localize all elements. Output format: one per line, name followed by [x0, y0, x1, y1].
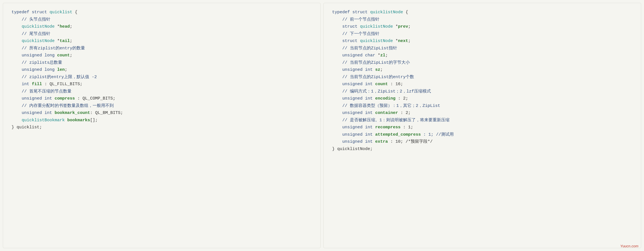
panel-quicklist: typedef struct quicklist { // 头节点指针 quic… — [3, 3, 321, 248]
code-line-l2: // 头节点指针 — [12, 16, 312, 23]
code-line-l11: int fill : QL_FILL_BITS; — [12, 81, 312, 88]
code-line-l12: // 首尾不压缩的节点数量 — [12, 88, 312, 95]
code-line-l3: struct quicklistNode *prev; — [332, 23, 632, 30]
code-line-l6: // 所有ziplist的entry的数量 — [12, 45, 312, 52]
code-line-l10: // 当前节点的ZipList的entry个数 — [332, 74, 632, 81]
code-line-l14: // 数据容器类型（预留）：1，其它；2，ZipList — [332, 102, 632, 110]
code-line-l18: unsigned int attempted_compress : 1; //测… — [332, 131, 632, 138]
code-line-l5: struct quicklistNode *next; — [332, 38, 632, 45]
panel-quicklistnode: typedef struct quicklistNode { // 前一个节点指… — [323, 3, 641, 248]
code-line-l14: // 内存重分配时的书签数量及数组，一般用不到 — [12, 102, 312, 110]
code-line-l12: // 编码方式：1，ZipList；2，lzf压缩模式 — [332, 88, 632, 95]
code-line-l17: unsigned int recompress : 1; — [332, 124, 632, 131]
code-line-l9: unsigned int sz; — [332, 66, 632, 74]
code-line-l9: unsigned long len; — [12, 66, 312, 74]
code-line-l15: unsigned int bookmark_count: QL_BM_BITS; — [12, 109, 312, 117]
code-line-l13: unsigned int encoding : 2; — [332, 95, 632, 102]
code-line-l17: } quicklist; — [12, 124, 312, 131]
code-line-l4: // 尾节点指针 — [12, 30, 312, 38]
code-line-l15: unsigned int container : 2; — [332, 109, 632, 117]
code-line-l4: // 下一个节点指针 — [332, 30, 632, 38]
code-line-l5: quicklistNode *tail; — [12, 38, 312, 45]
code-line-l10: // ziplist的entry上限，默认值 -2 — [12, 74, 312, 81]
code-line-l1: typedef struct quicklist { — [12, 9, 312, 16]
code-line-l7: unsigned long count; — [12, 52, 312, 59]
code-line-l19: unsigned int extra : 10; /*预留字段*/ — [332, 138, 632, 146]
main-container: typedef struct quicklist { // 头节点指针 quic… — [0, 0, 644, 251]
code-line-l20: } quicklistNode; — [332, 146, 632, 153]
code-line-l11: unsigned int count : 16; — [332, 81, 632, 88]
code-line-l16: // 是否被解压缩。1：则说明被解压了，将来要重新压缩 — [332, 117, 632, 124]
code-line-l7: unsigned char *zl; — [332, 52, 632, 59]
code-line-l6: // 当前节点的ZipList指针 — [332, 45, 632, 52]
code-line-l8: // ziplists总数量 — [12, 59, 312, 67]
code-line-l13: unsigned int compress : QL_COMP_BITS; — [12, 95, 312, 102]
code-line-l1: typedef struct quicklistNode { — [332, 9, 632, 16]
code-line-l16: quicklistBookmark bookmarks[]; — [12, 117, 312, 124]
watermark: Yuucn.com — [620, 244, 638, 248]
code-line-l8: // 当前节点的ZipList的字节大小 — [332, 59, 632, 67]
code-line-l2: // 前一个节点指针 — [332, 16, 632, 23]
code-line-l3: quicklistNode *head; — [12, 23, 312, 30]
